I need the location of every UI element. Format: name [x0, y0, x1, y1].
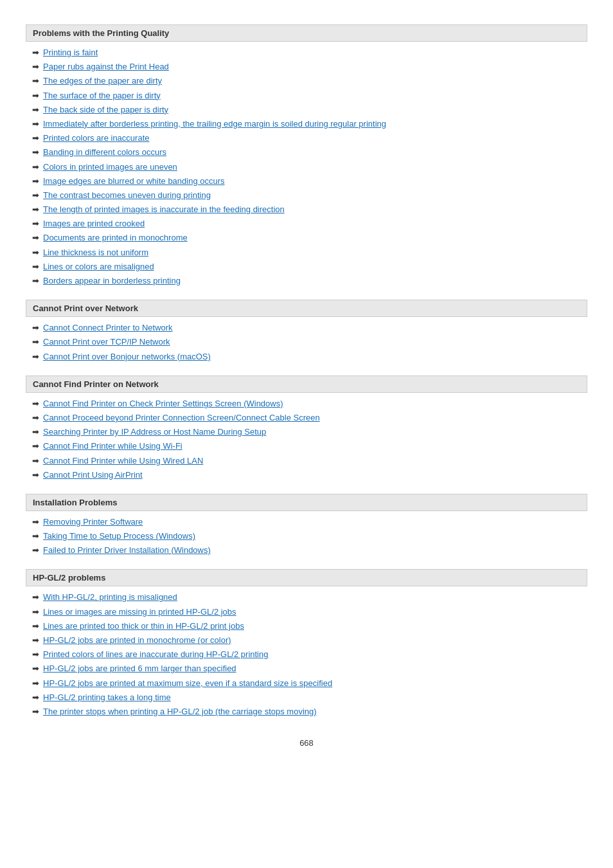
arrow-icon: ➡ — [32, 119, 39, 129]
link-item[interactable]: Image edges are blurred or white banding… — [43, 176, 225, 187]
arrow-icon: ➡ — [32, 441, 39, 451]
arrow-icon: ➡ — [32, 678, 39, 688]
link-item[interactable]: Documents are printed in monochrome — [43, 232, 188, 244]
page-content: Problems with the Printing Quality➡Print… — [26, 24, 587, 719]
list-item: ➡The contrast becomes uneven during prin… — [26, 188, 587, 203]
link-item[interactable]: Removing Printer Software — [43, 516, 143, 528]
list-item: ➡HP-GL/2 jobs are printed 6 mm larger th… — [26, 662, 587, 676]
arrow-icon: ➡ — [32, 323, 39, 332]
link-list-cannot-print-network: ➡Cannot Connect Printer to Network➡Canno… — [26, 321, 587, 364]
link-list-cannot-find-printer: ➡Cannot Find Printer on Check Printer Se… — [26, 397, 587, 482]
arrow-icon: ➡ — [32, 517, 39, 527]
list-item: ➡With HP-GL/2, printing is misaligned — [26, 590, 587, 604]
link-item[interactable]: Colors in printed images are uneven — [43, 161, 177, 173]
arrow-icon: ➡ — [32, 147, 39, 157]
list-item: ➡Removing Printer Software — [26, 515, 587, 529]
arrow-icon: ➡ — [32, 337, 39, 347]
link-item[interactable]: Borders appear in borderless printing — [43, 275, 181, 287]
link-item[interactable]: Cannot Print Using AirPrint — [43, 469, 143, 481]
link-item[interactable]: The edges of the paper are dirty — [43, 75, 162, 87]
arrow-icon: ➡ — [32, 413, 39, 422]
link-item[interactable]: Cannot Find Printer while Using Wired LA… — [43, 455, 203, 467]
link-item[interactable]: Printing is faint — [43, 47, 98, 59]
link-item[interactable]: Lines are printed too thick or thin in H… — [43, 620, 244, 632]
arrow-icon: ➡ — [32, 545, 39, 555]
arrow-icon: ➡ — [32, 190, 39, 200]
list-item: ➡Borders appear in borderless printing — [26, 274, 587, 288]
arrow-icon: ➡ — [32, 133, 39, 143]
section-header-cannot-find-printer: Cannot Find Printer on Network — [26, 375, 587, 393]
arrow-icon: ➡ — [32, 219, 39, 228]
list-item: ➡Printing is faint — [26, 46, 587, 60]
arrow-icon: ➡ — [32, 204, 39, 214]
link-item[interactable]: The printer stops when printing a HP-GL/… — [43, 706, 317, 718]
link-item[interactable]: Cannot Print over Bonjour networks (macO… — [43, 351, 211, 363]
link-item[interactable]: Searching Printer by IP Address or Host … — [43, 426, 266, 438]
link-item[interactable]: Cannot Print over TCP/IP Network — [43, 336, 170, 348]
arrow-icon: ➡ — [32, 635, 39, 645]
link-item[interactable]: HP-GL/2 jobs are printed in monochrome (… — [43, 635, 231, 646]
link-item[interactable]: Lines or colors are misaligned — [43, 261, 154, 273]
link-item[interactable]: The surface of the paper is dirty — [43, 90, 161, 102]
list-item: ➡Cannot Find Printer while Using Wired L… — [26, 454, 587, 468]
link-item[interactable]: Failed to Printer Driver Installation (W… — [43, 545, 211, 556]
link-item[interactable]: HP-GL/2 jobs are printed at maximum size… — [43, 678, 332, 689]
link-item[interactable]: Cannot Find Printer on Check Printer Set… — [43, 398, 283, 410]
link-item[interactable]: Immediately after borderless printing, t… — [43, 118, 386, 130]
list-item: ➡Line thickness is not uniform — [26, 246, 587, 260]
link-item[interactable]: Images are printed crooked — [43, 218, 145, 230]
link-item[interactable]: Lines or images are missing in printed H… — [43, 606, 236, 618]
link-item[interactable]: The back side of the paper is dirty — [43, 104, 168, 116]
arrow-icon: ➡ — [32, 707, 39, 716]
list-item: ➡Printed colors of lines are inaccurate … — [26, 647, 587, 662]
arrow-icon: ➡ — [32, 48, 39, 57]
link-item[interactable]: Cannot Connect Printer to Network — [43, 322, 173, 334]
link-item[interactable]: Banding in different colors occurs — [43, 147, 166, 158]
link-item[interactable]: Paper rubs against the Print Head — [43, 61, 169, 73]
arrow-icon: ➡ — [32, 62, 39, 71]
list-item: ➡The printer stops when printing a HP-GL… — [26, 705, 587, 719]
list-item: ➡Images are printed crooked — [26, 217, 587, 231]
section-header-installation-problems: Installation Problems — [26, 494, 587, 511]
list-item: ➡Lines are printed too thick or thin in … — [26, 619, 587, 633]
list-item: ➡Cannot Print over Bonjour networks (mac… — [26, 350, 587, 364]
arrow-icon: ➡ — [32, 621, 39, 631]
list-item: ➡HP-GL/2 jobs are printed at maximum siz… — [26, 676, 587, 691]
list-item: ➡Cannot Find Printer on Check Printer Se… — [26, 397, 587, 411]
list-item: ➡The surface of the paper is dirty — [26, 89, 587, 103]
arrow-icon: ➡ — [32, 91, 39, 100]
list-item: ➡The length of printed images is inaccur… — [26, 203, 587, 217]
link-item[interactable]: With HP-GL/2, printing is misaligned — [43, 592, 177, 603]
list-item: ➡Paper rubs against the Print Head — [26, 60, 587, 74]
arrow-icon: ➡ — [32, 531, 39, 541]
link-item[interactable]: Printed colors of lines are inaccurate d… — [43, 649, 268, 660]
link-item[interactable]: Line thickness is not uniform — [43, 247, 148, 258]
arrow-icon: ➡ — [32, 162, 39, 172]
arrow-icon: ➡ — [32, 427, 39, 437]
list-item: ➡The edges of the paper are dirty — [26, 74, 587, 88]
list-item: ➡Printed colors are inaccurate — [26, 131, 587, 145]
link-item[interactable]: HP-GL/2 printing takes a long time — [43, 692, 171, 703]
arrow-icon: ➡ — [32, 592, 39, 602]
link-item[interactable]: The contrast becomes uneven during print… — [43, 190, 211, 201]
link-item[interactable]: Cannot Find Printer while Using Wi-Fi — [43, 440, 182, 452]
link-list-printing-quality: ➡Printing is faint➡Paper rubs against th… — [26, 46, 587, 288]
link-item[interactable]: Taking Time to Setup Process (Windows) — [43, 530, 195, 542]
link-list-installation-problems: ➡Removing Printer Software➡Taking Time t… — [26, 515, 587, 558]
link-item[interactable]: Printed colors are inaccurate — [43, 132, 149, 144]
list-item: ➡Immediately after borderless printing, … — [26, 117, 587, 131]
list-item: ➡Failed to Printer Driver Installation (… — [26, 543, 587, 557]
list-item: ➡Lines or images are missing in printed … — [26, 605, 587, 619]
list-item: ➡Cannot Proceed beyond Printer Connectio… — [26, 411, 587, 425]
arrow-icon: ➡ — [32, 276, 39, 285]
list-item: ➡Colors in printed images are uneven — [26, 160, 587, 174]
arrow-icon: ➡ — [32, 470, 39, 480]
arrow-icon: ➡ — [32, 692, 39, 702]
link-item[interactable]: Cannot Proceed beyond Printer Connection… — [43, 412, 320, 424]
link-item[interactable]: HP-GL/2 jobs are printed 6 mm larger tha… — [43, 663, 236, 674]
arrow-icon: ➡ — [32, 262, 39, 271]
list-item: ➡HP-GL/2 jobs are printed in monochrome … — [26, 633, 587, 647]
list-item: ➡Cannot Connect Printer to Network — [26, 321, 587, 335]
link-item[interactable]: The length of printed images is inaccura… — [43, 204, 285, 215]
list-item: ➡The back side of the paper is dirty — [26, 103, 587, 117]
